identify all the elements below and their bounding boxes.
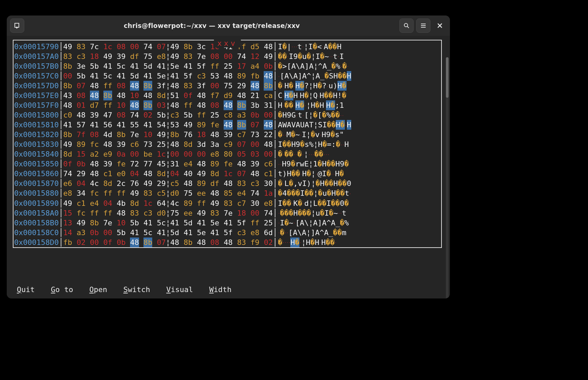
hex-byte: c1 bbox=[76, 198, 85, 208]
search-button[interactable] bbox=[399, 19, 414, 33]
hex-byte: 25 bbox=[224, 61, 232, 71]
column-separator: │ bbox=[59, 42, 63, 52]
hex-byte: 10 bbox=[130, 91, 139, 100]
hex-byte: 47 bbox=[103, 110, 112, 120]
menu-item-pen[interactable]: Open bbox=[89, 285, 107, 294]
ascii-char: I bbox=[327, 198, 331, 208]
ascii-char: A bbox=[291, 61, 296, 71]
hex-row: 0x000158C0│14 a3 0b 00 5b 41 5c 41¦5d 41… bbox=[13, 228, 441, 238]
ascii-char: � bbox=[291, 188, 296, 198]
hex-byte: 48 bbox=[130, 81, 139, 91]
hex-byte: 74 bbox=[251, 188, 259, 198]
ascii-char: ^ bbox=[320, 228, 324, 238]
hex-byte: 8b bbox=[103, 91, 112, 100]
ascii-char: E bbox=[304, 159, 308, 169]
hex-byte: 00 bbox=[130, 42, 139, 52]
column-separator: │ bbox=[273, 188, 277, 198]
scrollbar[interactable] bbox=[446, 57, 449, 298]
menu-item-o-to[interactable]: Go to bbox=[51, 285, 73, 294]
ascii-column: �4���I��¦�u�H��t· bbox=[277, 188, 351, 198]
hex-byte: 08 bbox=[210, 238, 219, 247]
ascii-char: A bbox=[324, 42, 328, 52]
column-separator: │ bbox=[59, 100, 63, 110]
ascii-char: � bbox=[340, 188, 345, 198]
ascii-char: I bbox=[300, 188, 304, 198]
hex-byte: 8d bbox=[63, 149, 72, 159]
ascii-char: � bbox=[289, 149, 293, 159]
hex-byte: 5e bbox=[157, 71, 166, 81]
terminal-content[interactable]: xxv 0x00015790│49 83 7c 1c 08 00 74 07¦4… bbox=[7, 36, 450, 298]
ascii-char: ^ bbox=[327, 218, 331, 228]
hex-row: 0x000158B0│13 49 8b 7e 10 5b 41 5c¦41 5d… bbox=[13, 218, 441, 228]
ascii-char: s bbox=[335, 130, 339, 139]
new-tab-button[interactable] bbox=[10, 19, 24, 33]
hex-byte: 0b bbox=[251, 110, 259, 120]
menu-item-isual[interactable]: Visual bbox=[166, 285, 193, 294]
hex-byte: f9 bbox=[251, 238, 259, 247]
ascii-char: H bbox=[337, 42, 341, 52]
ascii-column: ·���H���¦u�I�~··t bbox=[277, 208, 346, 218]
tab-new-icon bbox=[14, 23, 20, 29]
hex-bytes: 0f 0b 48 39 fe 72 77 45¦31 e4 48 89 fe 4… bbox=[63, 159, 273, 169]
hex-byte: be bbox=[143, 149, 152, 159]
hex-byte: c6 bbox=[130, 139, 139, 149]
hex-byte: 83 bbox=[237, 179, 246, 188]
ascii-char: ^ bbox=[318, 61, 322, 71]
ascii-char: H bbox=[291, 139, 296, 149]
column-separator: │ bbox=[59, 71, 63, 81]
hex-byte: ff bbox=[117, 188, 126, 198]
ascii-char: � bbox=[307, 169, 311, 179]
hex-byte: 83 bbox=[184, 81, 192, 91]
menu-item-uit[interactable]: Quit bbox=[17, 285, 35, 294]
menu-item-witch[interactable]: Switch bbox=[123, 285, 150, 294]
ascii-char: A bbox=[302, 228, 306, 238]
hex-byte: 13 bbox=[63, 218, 72, 228]
ascii-column: I�|···t·¦I�<·A��H bbox=[277, 42, 341, 52]
ascii-char: H bbox=[318, 139, 322, 149]
ascii-char: \ bbox=[304, 218, 308, 228]
ascii-char: � bbox=[342, 61, 347, 71]
ascii-char: _ bbox=[335, 218, 340, 228]
hex-byte: 56 bbox=[103, 120, 112, 130]
column-separator: │ bbox=[273, 42, 277, 52]
hex-byte: a3 bbox=[237, 110, 246, 120]
ascii-char: H bbox=[302, 169, 306, 179]
ascii-char: I bbox=[322, 169, 326, 179]
close-button[interactable] bbox=[433, 19, 447, 32]
hex-byte: 48 bbox=[251, 81, 259, 91]
search-icon bbox=[403, 23, 410, 29]
hex-byte: 5f bbox=[197, 61, 206, 71]
menu-item-idth[interactable]: Width bbox=[209, 285, 231, 294]
menu-button[interactable] bbox=[416, 19, 430, 33]
ascii-char: � bbox=[329, 179, 333, 188]
hex-byte: 83 bbox=[224, 198, 232, 208]
ascii-column: ·I�~·[A\¦A]A^A_�% bbox=[277, 218, 349, 228]
hex-byte: 48 bbox=[197, 100, 206, 110]
ascii-char: � bbox=[284, 218, 289, 228]
hex-byte: 75 bbox=[143, 52, 152, 61]
offset: 0x00015820 bbox=[13, 130, 59, 139]
ascii-char: � bbox=[296, 188, 300, 198]
column-separator: │ bbox=[273, 110, 277, 120]
scrollbar-thumb[interactable] bbox=[446, 57, 449, 98]
hex-byte: 15 bbox=[63, 208, 72, 218]
hex-byte: 4b bbox=[117, 198, 126, 208]
ascii-char: � bbox=[328, 42, 332, 52]
hex-byte: 8b bbox=[237, 120, 246, 130]
ascii-char: � bbox=[336, 188, 340, 198]
ascii-char: A bbox=[309, 61, 314, 71]
hex-byte: 10 bbox=[117, 218, 126, 228]
ascii-char: A bbox=[302, 71, 306, 81]
ascii-char: � bbox=[318, 159, 322, 169]
ascii-char: � bbox=[336, 139, 340, 149]
ascii-char: � bbox=[325, 71, 329, 81]
column-separator: │ bbox=[59, 120, 63, 130]
hex-bytes: 8b 07 48 ff 08 48 8b 3f¦48 83 3f 00 75 2… bbox=[63, 81, 273, 91]
hex-byte: ff bbox=[103, 188, 112, 198]
hex-byte: c1 bbox=[264, 169, 272, 179]
ascii-char: H bbox=[326, 100, 330, 110]
hex-byte: 04 bbox=[170, 169, 179, 179]
hex-row: 0x00015830│49 89 fc 48 39 c6 73 25¦48 8d… bbox=[13, 139, 441, 149]
hex-byte: 00 bbox=[130, 149, 139, 159]
ascii-char: C bbox=[278, 91, 282, 100]
